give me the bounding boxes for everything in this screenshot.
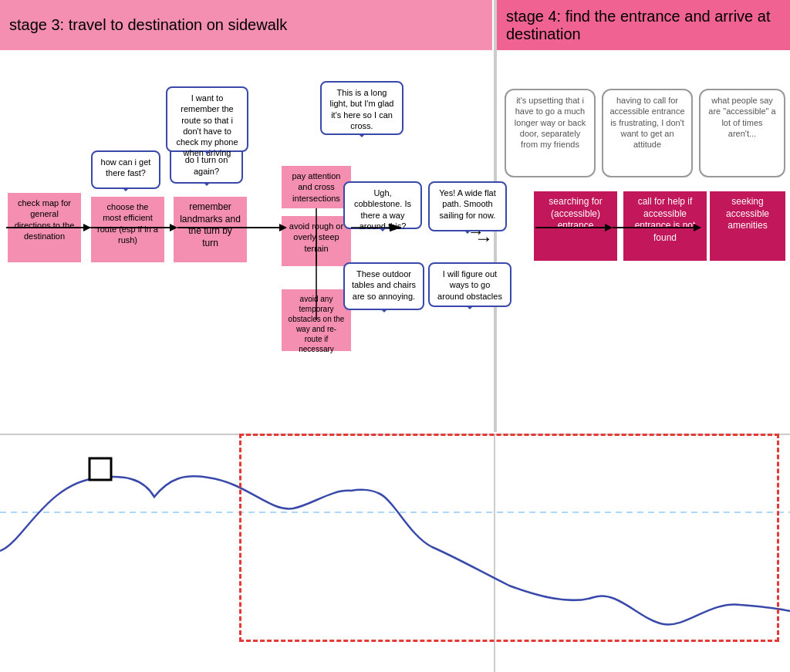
section-arrow: → [468,222,484,242]
action-remember-landmarks: remember landmarks and the turn by turn [174,197,247,262]
bubble-outdoor-tables: These outdoor tables and chairs are so a… [343,262,424,310]
top-section: stage 3: travel to destination on sidewa… [0,0,790,432]
bubble-long-light: This is a long light, but I'm glad it's … [320,81,403,135]
action-call-help: call for help if accessible entrance is … [623,191,707,261]
stage4-title: stage 4: find the entrance and arrive at… [506,8,781,43]
svg-rect-19 [89,458,111,480]
bubble-cobblestone: Ugh, cobblestone. Is there a way around … [343,181,422,229]
thought-what-people: what people say are "accessible" a lot o… [699,89,785,177]
action-avoid-obstacles: avoid any temporary obstacles on the way… [282,289,351,351]
bubble-how-get-there: how can i get there fast? [91,150,160,189]
thought-upsetting: it's upsetting that i have to go a much … [505,89,596,177]
stage3-header: stage 3: travel to destination on sidewa… [0,0,492,50]
bubble-figure-out: I will figure out ways to go around obst… [428,262,511,307]
emotion-graph: 😐 😐 😟 😟 😟 😟 😠 😟 [0,434,790,672]
bubble-want-remember: I want to remember the route so that i d… [166,86,248,152]
action-pay-attention: pay attention and cross intersections [282,166,351,208]
action-avoid-rough: avoid rough or overly steep terrain [282,216,351,266]
svg-marker-6 [83,224,91,231]
thought-having-call: having to call for accessible entrance i… [602,89,693,177]
emotion-curve-svg [0,435,790,672]
stage3-title: stage 3: travel to destination on sidewa… [9,16,287,34]
action-searching-entrance: searching for (accessible) entrance [534,191,617,261]
action-seeking-amenities: seeking accessible amenities [710,191,785,261]
stage4-header: stage 4: find the entrance and arrive at… [497,0,790,50]
action-check-map: check map for general directions to the … [8,193,81,262]
action-choose-route: choose the most efficient route (esp if … [91,197,164,262]
